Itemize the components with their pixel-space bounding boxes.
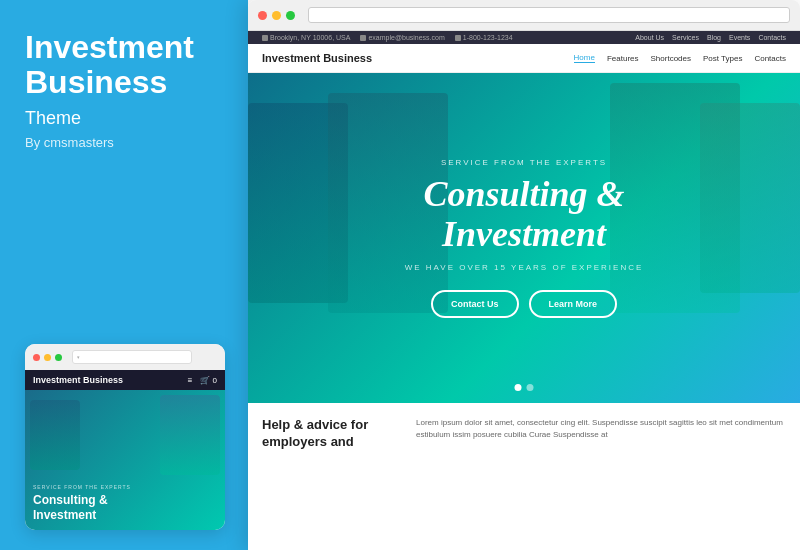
topbar-nav: About Us Services Blog Events Contacts bbox=[635, 34, 786, 41]
nav-features[interactable]: Features bbox=[607, 54, 639, 63]
browser-frame: Brooklyn, NY 10006, USA example@business… bbox=[248, 0, 800, 550]
cart-icon: 🛒 0 bbox=[200, 376, 217, 385]
left-panel: Investment Business Theme By cmsmasters … bbox=[0, 0, 248, 550]
mobile-nav-icons: ≡ 🛒 0 bbox=[188, 376, 217, 385]
hamburger-icon: ≡ bbox=[188, 376, 193, 385]
site-topbar: Brooklyn, NY 10006, USA example@business… bbox=[248, 31, 800, 44]
learn-more-button[interactable]: Learn More bbox=[529, 290, 618, 318]
mobile-preview-card: ▾ Investment Business ≡ 🛒 0 SERVICE FROM… bbox=[25, 344, 225, 530]
mobile-window-bar: ▾ bbox=[25, 344, 225, 370]
topbar-email: example@business.com bbox=[360, 34, 444, 41]
dot-red bbox=[33, 354, 40, 361]
hero-section: SERVICE FROM THE EXPERTS Consulting & In… bbox=[248, 73, 800, 403]
nav-shortcodes[interactable]: Shortcodes bbox=[651, 54, 691, 63]
hero-buttons: Contact Us Learn More bbox=[431, 290, 617, 318]
mobile-hero-section: SERVICE FROM THE EXPERTS Consulting & In… bbox=[25, 390, 225, 530]
browser-url-bar[interactable] bbox=[308, 7, 790, 23]
bottom-left-col: Help & advice for employers and bbox=[262, 417, 402, 545]
mobile-address-bar: ▾ bbox=[72, 350, 192, 364]
dot-green bbox=[55, 354, 62, 361]
browser-dot-red[interactable] bbox=[258, 11, 267, 20]
hero-content: SERVICE FROM THE EXPERTS Consulting & In… bbox=[248, 73, 800, 403]
browser-dot-yellow[interactable] bbox=[272, 11, 281, 20]
hero-tag: SERVICE FROM THE EXPERTS bbox=[441, 158, 607, 167]
site-header: Investment Business Home Features Shortc… bbox=[248, 44, 800, 73]
browser-dot-green[interactable] bbox=[286, 11, 295, 20]
main-title: Investment Business bbox=[25, 30, 223, 100]
phone-icon bbox=[455, 35, 461, 41]
nav-post-types[interactable]: Post Types bbox=[703, 54, 742, 63]
slider-dot-1[interactable] bbox=[515, 384, 522, 391]
bottom-right-col: Lorem ipsum dolor sit amet, consectetur … bbox=[416, 417, 786, 545]
browser-chrome bbox=[248, 0, 800, 31]
topbar-nav-events[interactable]: Events bbox=[729, 34, 750, 41]
topbar-nav-contacts[interactable]: Contacts bbox=[758, 34, 786, 41]
mobile-logo: Investment Business bbox=[33, 375, 123, 385]
site-bottom-section: Help & advice for employers and Lorem ip… bbox=[248, 403, 800, 550]
topbar-address: Brooklyn, NY 10006, USA bbox=[262, 34, 350, 41]
topbar-nav-services[interactable]: Services bbox=[672, 34, 699, 41]
topbar-phone: 1-800-123-1234 bbox=[455, 34, 513, 41]
right-browser-panel: Brooklyn, NY 10006, USA example@business… bbox=[248, 0, 800, 550]
mobile-hero-tag: SERVICE FROM THE EXPERTS bbox=[33, 484, 217, 490]
dot-yellow bbox=[44, 354, 51, 361]
slider-dot-2[interactable] bbox=[527, 384, 534, 391]
theme-subtitle: Theme bbox=[25, 108, 223, 129]
nav-contacts[interactable]: Contacts bbox=[754, 54, 786, 63]
contact-us-button[interactable]: Contact Us bbox=[431, 290, 519, 318]
site-main-nav: Home Features Shortcodes Post Types Cont… bbox=[574, 53, 786, 63]
site-logo: Investment Business bbox=[262, 52, 372, 64]
bottom-description: Lorem ipsum dolor sit amet, consectetur … bbox=[416, 417, 786, 441]
topbar-contact-info: Brooklyn, NY 10006, USA example@business… bbox=[262, 34, 513, 41]
topbar-nav-about[interactable]: About Us bbox=[635, 34, 664, 41]
mobile-hero-heading: Consulting & Investment bbox=[33, 493, 217, 522]
bottom-section-title: Help & advice for employers and bbox=[262, 417, 402, 451]
hero-heading: Consulting & Investment bbox=[423, 175, 624, 254]
mobile-site-nav: Investment Business ≡ 🛒 0 bbox=[25, 370, 225, 390]
location-icon bbox=[262, 35, 268, 41]
email-icon bbox=[360, 35, 366, 41]
hero-subline: WE HAVE OVER 15 YEARS OF EXPERIENCE bbox=[405, 263, 644, 272]
topbar-nav-blog[interactable]: Blog bbox=[707, 34, 721, 41]
nav-home[interactable]: Home bbox=[574, 53, 595, 63]
mobile-hero-overlay: SERVICE FROM THE EXPERTS Consulting & In… bbox=[25, 390, 225, 530]
author-line: By cmsmasters bbox=[25, 135, 223, 150]
hero-slider-dots bbox=[515, 384, 534, 391]
